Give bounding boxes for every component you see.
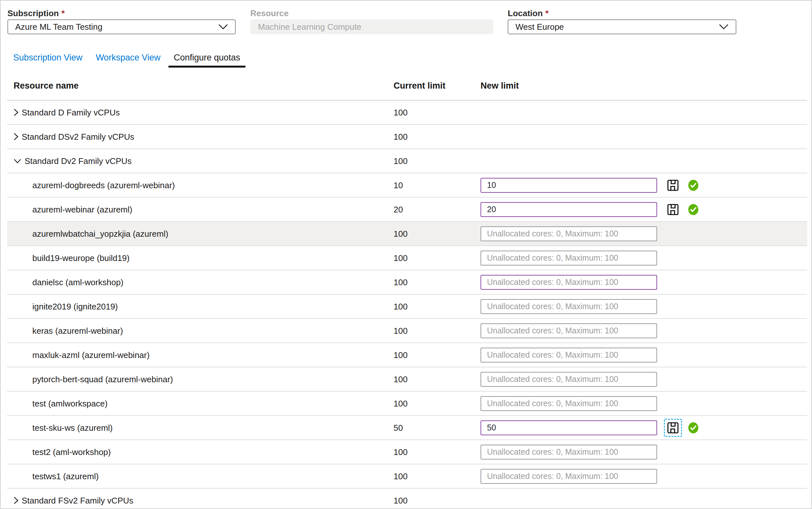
table-row: Standard DSv2 Family vCPUs100	[7, 125, 807, 149]
new-limit-input[interactable]	[480, 250, 657, 266]
resource-name-cell: azureml-dogbreeds (azureml-webinar)	[32, 180, 175, 190]
new-limit-cell	[480, 178, 657, 193]
save-button[interactable]	[665, 177, 681, 194]
location-dropdown-value: West Europe	[515, 22, 564, 32]
table-header: Resource name Current limit New limit	[7, 69, 807, 101]
table-row: ignite2019 (ignite2019)100	[7, 295, 807, 319]
location-label: Location*	[508, 8, 736, 20]
current-limit-value: 100	[394, 253, 407, 263]
current-limit-value: 100	[394, 277, 407, 287]
current-limit-value: 10	[394, 180, 403, 190]
subscription-field: Subscription* Azure ML Team Testing	[7, 8, 236, 34]
tab-subscription-view[interactable]: Subscription View	[13, 53, 82, 68]
resource-label: Resource	[250, 8, 493, 20]
new-limit-cell	[480, 226, 657, 241]
new-limit-input[interactable]	[480, 226, 657, 241]
new-limit-cell	[480, 420, 657, 435]
subscription-label-text: Subscription	[7, 8, 59, 18]
resource-name-text: build19-weurope (build19)	[32, 253, 130, 263]
new-limit-cell	[480, 445, 657, 460]
new-limit-cell	[480, 372, 657, 387]
current-limit-value: 100	[394, 374, 407, 384]
save-success-badge	[688, 204, 699, 215]
expand-toggle[interactable]	[13, 109, 19, 116]
quota-configuration-page: Subscription* Azure ML Team Testing Reso…	[0, 0, 812, 509]
current-limit-value: 100	[394, 229, 407, 239]
current-limit-value: 20	[394, 204, 403, 214]
column-header-current-limit: Current limit	[394, 81, 446, 91]
resource-name-cell: test2 (aml-workshop)	[32, 447, 111, 457]
new-limit-cell	[480, 396, 657, 411]
tab-configure-quotas[interactable]: Configure quotas	[168, 53, 245, 68]
success-check-icon	[688, 204, 699, 215]
resource-name-text: Standard DSv2 Family vCPUs	[22, 132, 134, 142]
resource-name-text: azuremlwbatchai_yopzkjia (azureml)	[32, 229, 168, 239]
chevron-right-icon	[13, 109, 19, 116]
current-limit-value: 100	[394, 447, 407, 457]
current-limit-value: 100	[394, 471, 407, 481]
tab-workspace-view[interactable]: Workspace View	[96, 53, 160, 68]
new-limit-input[interactable]	[480, 348, 657, 363]
table-row: Standard FSv2 Family vCPUs100	[7, 488, 807, 509]
save-button[interactable]	[665, 419, 681, 436]
success-check-icon	[688, 180, 699, 191]
column-header-new-limit: New limit	[480, 81, 519, 91]
current-limit-value: 100	[394, 496, 407, 505]
resource-name-cell: azuremlwbatchai_yopzkjia (azureml)	[32, 229, 168, 239]
resource-name-cell: testws1 (azureml)	[32, 471, 99, 481]
save-icon	[667, 204, 679, 215]
resource-name-text: keras (azureml-webinar)	[32, 326, 123, 336]
new-limit-input[interactable]	[480, 202, 657, 217]
new-limit-input[interactable]	[480, 372, 657, 387]
resource-name-cell: keras (azureml-webinar)	[32, 326, 123, 336]
table-row: test2 (aml-workshop)100	[7, 440, 807, 464]
expand-toggle[interactable]	[13, 497, 19, 505]
resource-name-text: Standard D Family vCPUs	[22, 107, 120, 117]
collapse-toggle[interactable]	[13, 159, 21, 163]
resource-name-cell: danielsc (aml-workshop)	[32, 277, 124, 287]
table-row: maxluk-azml (azureml-webinar)100	[7, 343, 807, 367]
required-asterisk: *	[62, 8, 65, 18]
new-limit-input[interactable]	[480, 178, 657, 193]
new-limit-cell	[480, 250, 657, 266]
resource-name-text: azureml-dogbreeds (azureml-webinar)	[32, 180, 175, 190]
resource-name-cell: build19-weurope (build19)	[32, 253, 130, 263]
save-button[interactable]	[665, 201, 681, 218]
new-limit-input[interactable]	[480, 445, 657, 460]
table-row: build19-weurope (build19)100	[7, 246, 807, 270]
resource-name-text: maxluk-azml (azureml-webinar)	[32, 350, 150, 360]
new-limit-input[interactable]	[480, 275, 657, 290]
table-row: azureml-dogbreeds (azureml-webinar)10	[7, 173, 807, 198]
subscription-dropdown[interactable]: Azure ML Team Testing	[7, 20, 236, 34]
resource-name-text: testws1 (azureml)	[32, 471, 99, 481]
table-row: azureml-webinar (azureml)20	[7, 198, 807, 222]
new-limit-input[interactable]	[480, 469, 657, 484]
new-limit-input[interactable]	[480, 420, 657, 435]
save-success-badge	[688, 422, 699, 433]
current-limit-value: 100	[394, 132, 407, 142]
resource-name-cell: ignite2019 (ignite2019)	[32, 301, 118, 311]
current-limit-value: 100	[394, 156, 407, 166]
resource-name-text: test2 (aml-workshop)	[32, 447, 111, 457]
resource-name-cell: Standard FSv2 Family vCPUs	[13, 496, 133, 505]
new-limit-input[interactable]	[480, 324, 657, 338]
resource-name-cell: pytorch-bert-squad (azureml-webinar)	[32, 374, 173, 384]
new-limit-input[interactable]	[480, 299, 657, 314]
expand-toggle[interactable]	[13, 133, 19, 141]
resource-name-text: pytorch-bert-squad (azureml-webinar)	[32, 374, 173, 384]
resource-input: Machine Learning Compute	[250, 20, 493, 34]
table-row: keras (azureml-webinar)100	[7, 319, 807, 343]
success-check-icon	[688, 422, 699, 433]
current-limit-value: 100	[394, 326, 407, 336]
table-row: testws1 (azureml)100	[7, 464, 807, 488]
subscription-label: Subscription*	[7, 8, 236, 20]
resource-input-value: Machine Learning Compute	[258, 22, 361, 32]
resource-name-text: test-sku-ws (azureml)	[32, 423, 112, 433]
resource-name-cell: test (amlworkspace)	[32, 398, 108, 408]
resource-name-text: Standard FSv2 Family vCPUs	[22, 496, 133, 505]
new-limit-input[interactable]	[480, 396, 657, 411]
new-limit-cell	[480, 299, 657, 314]
location-dropdown[interactable]: West Europe	[508, 20, 736, 34]
save-icon	[667, 422, 679, 434]
current-limit-value: 100	[394, 107, 407, 117]
